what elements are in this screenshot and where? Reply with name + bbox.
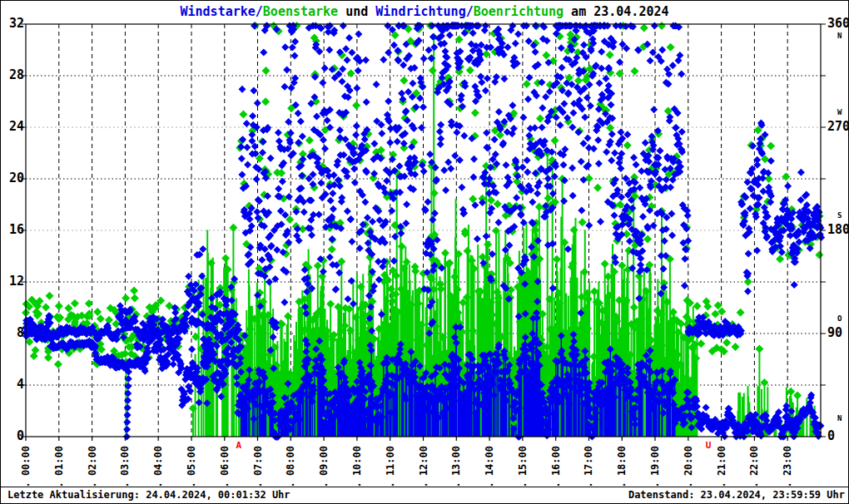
sunset-marker: U [706,441,712,450]
compass-letter: S [837,212,842,220]
y-right-tick-label: 0 [827,430,849,442]
y-right-tick-label: 180 [827,224,849,235]
y-left-tick-label: 4 [2,378,24,390]
y-left-tick-label: 28 [2,69,24,81]
compass-letter: N [837,32,842,40]
data-state-text: Datenstand: 23.04.2024, 23:59:59 Uhr [628,487,845,502]
y-right-tick-label: 360 [827,17,849,29]
y-right-tick-label: 270 [827,121,849,132]
compass-letter: N [837,415,842,422]
chart-canvas [1,1,848,503]
y-left-tick-label: 8 [2,327,24,338]
sunrise-marker: A [236,441,241,450]
y-left-tick-label: 24 [2,121,24,132]
y-left-tick-label: 20 [2,172,24,184]
y-left-tick-label: 16 [2,224,24,235]
y-left-tick-label: 32 [2,17,24,29]
compass-letter: W [837,109,842,116]
chart-window: Windstarke/Boenstarke und Windrichtung/B… [0,0,849,504]
y-left-tick-label: 12 [2,275,24,287]
y-right-tick-label: 90 [827,327,849,338]
y-left-tick-label: 0 [2,430,24,442]
compass-letter: O [837,315,842,323]
last-update-text: Letzte Aktualisierung: 24.04.2024, 00:01… [7,487,290,502]
status-bar: Letzte Aktualisierung: 24.04.2024, 00:01… [1,487,848,503]
